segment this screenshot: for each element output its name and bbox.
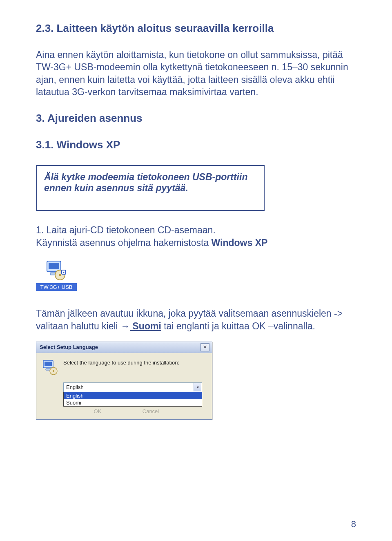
language-option-list: English Suomi [63,392,202,407]
chevron-down-icon[interactable]: ▾ [194,383,201,391]
heading-3: 3. Ajureiden asennus [36,112,356,125]
installer-shortcut[interactable]: TW 3G+ USB [36,259,77,291]
svg-point-10 [53,370,54,372]
close-icon[interactable]: ✕ [200,343,209,351]
step-1-result: Tämän jälkeen avautuu ikkuna, joka pyytä… [36,307,356,333]
language-option-english[interactable]: English [64,392,202,399]
language-option-suomi[interactable]: Suomi [64,399,202,406]
callout-text: Älä kytke modeemia tietokoneen USB-portt… [44,172,247,193]
svg-rect-7 [45,362,52,366]
dialog-body: Select the language to use during the in… [36,353,212,419]
dialog-title: Select Setup Language [40,344,200,350]
language-selected-text: English [66,384,84,390]
installer-icon [45,259,67,281]
dialog-button-row: OK Cancel [42,408,206,414]
heading-3-1: 3.1. Windows XP [36,139,356,151]
dialog-prompt: Select the language to use during the in… [63,359,179,366]
cancel-button[interactable]: Cancel [130,408,171,414]
step-1-line-b-bold: Windows XP [212,237,268,248]
paragraph-intro: Aina ennen käytön aloittamista, kun tiet… [36,49,356,98]
step-1-result-lang: Suomi [130,321,161,331]
ok-button[interactable]: OK [77,408,118,414]
svg-point-4 [59,274,61,276]
svg-rect-1 [49,263,59,269]
step-1-line-b-pre: Käynnistä asennus ohjelma hakemistosta [36,237,212,248]
page-number: 8 [351,519,356,530]
step-1: 1. Laita ajuri-CD tietokoneen CD-asemaan… [36,224,356,249]
language-combobox[interactable]: English ▾ English Suomi [63,382,202,407]
step-1-line-a: 1. Laita ajuri-CD tietokoneen CD-asemaan… [36,225,216,235]
dialog-titlebar: Select Setup Language ✕ [36,342,212,353]
step-1-result-post: tai englanti ja kuittaa OK –valinnalla. [161,321,315,331]
setup-icon [42,359,58,375]
installer-shortcut-label: TW 3G+ USB [36,283,77,291]
callout-box: Älä kytke modeemia tietokoneen USB-portt… [36,165,265,211]
select-language-dialog: Select Setup Language ✕ Select the langu… [36,342,212,420]
heading-2-3: 2.3. Laitteen käytön aloitus seuraavilla… [36,22,356,35]
arrow-icon: → [120,321,130,331]
language-selected[interactable]: English ▾ [63,382,202,392]
